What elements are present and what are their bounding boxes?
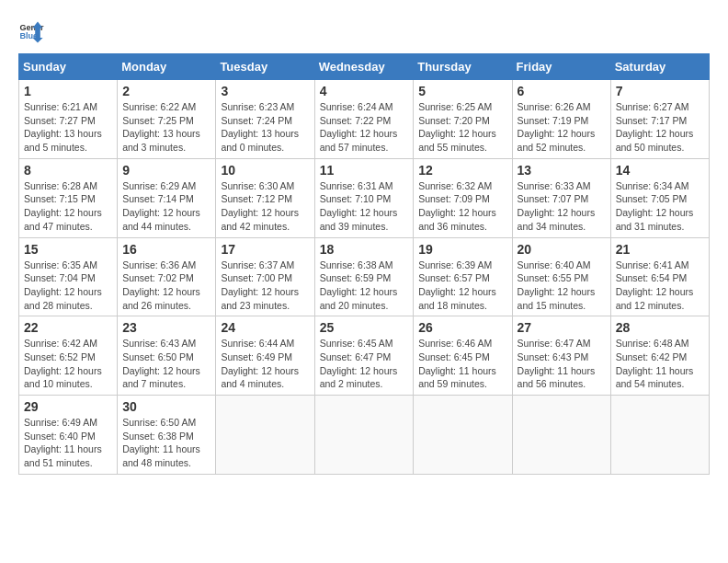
day-detail: Sunrise: 6:28 AMSunset: 7:15 PMDaylight:… [24, 179, 112, 234]
day-cell: 2Sunrise: 6:22 AMSunset: 7:25 PMDaylight… [118, 80, 216, 159]
col-header-sunday: Sunday [19, 54, 118, 80]
day-number: 21 [616, 242, 704, 257]
day-detail: Sunrise: 6:46 AMSunset: 6:45 PMDaylight:… [418, 337, 506, 391]
day-number: 14 [616, 163, 704, 178]
day-cell: 11Sunrise: 6:31 AMSunset: 7:10 PMDayligh… [314, 158, 414, 237]
day-cell [610, 396, 709, 475]
day-cell: 28Sunrise: 6:48 AMSunset: 6:42 PMDayligh… [610, 316, 709, 396]
day-detail: Sunrise: 6:33 AMSunset: 7:07 PMDaylight:… [518, 179, 606, 234]
week-row-3: 15Sunrise: 6:35 AMSunset: 7:04 PMDayligh… [19, 237, 710, 316]
calendar-table: SundayMondayTuesdayWednesdayThursdayFrid… [18, 53, 710, 475]
logo-icon: General Blue [18, 18, 44, 44]
day-number: 8 [24, 163, 112, 178]
day-number: 1 [24, 84, 112, 98]
day-detail: Sunrise: 6:36 AMSunset: 7:02 PMDaylight:… [122, 259, 210, 313]
day-number: 10 [221, 163, 309, 178]
week-row-1: 1Sunrise: 6:21 AMSunset: 7:27 PMDaylight… [19, 80, 710, 159]
day-number: 2 [122, 84, 210, 98]
day-cell: 3Sunrise: 6:23 AMSunset: 7:24 PMDaylight… [216, 80, 314, 159]
day-number: 24 [221, 320, 309, 335]
day-number: 15 [24, 242, 112, 257]
day-detail: Sunrise: 6:43 AMSunset: 6:50 PMDaylight:… [122, 337, 210, 391]
col-header-wednesday: Wednesday [314, 54, 414, 80]
day-cell: 5Sunrise: 6:25 AMSunset: 7:20 PMDaylight… [414, 80, 512, 159]
day-cell: 17Sunrise: 6:37 AMSunset: 7:00 PMDayligh… [216, 237, 314, 316]
day-detail: Sunrise: 6:50 AMSunset: 6:38 PMDaylight:… [122, 416, 210, 470]
day-number: 7 [616, 84, 704, 98]
day-cell: 29Sunrise: 6:49 AMSunset: 6:40 PMDayligh… [19, 396, 118, 475]
day-detail: Sunrise: 6:21 AMSunset: 7:27 PMDaylight:… [24, 100, 112, 155]
page-header: General Blue [18, 18, 710, 44]
day-detail: Sunrise: 6:30 AMSunset: 7:12 PMDaylight:… [221, 179, 309, 234]
day-cell: 25Sunrise: 6:45 AMSunset: 6:47 PMDayligh… [314, 316, 414, 396]
day-detail: Sunrise: 6:49 AMSunset: 6:40 PMDaylight:… [24, 416, 112, 470]
day-number: 3 [221, 84, 309, 98]
day-number: 29 [24, 399, 112, 414]
day-number: 12 [418, 163, 506, 178]
day-cell [512, 396, 610, 475]
day-detail: Sunrise: 6:41 AMSunset: 6:54 PMDaylight:… [616, 259, 704, 313]
day-cell: 24Sunrise: 6:44 AMSunset: 6:49 PMDayligh… [216, 316, 314, 396]
day-detail: Sunrise: 6:23 AMSunset: 7:24 PMDaylight:… [221, 100, 309, 155]
day-detail: Sunrise: 6:31 AMSunset: 7:10 PMDaylight:… [320, 179, 409, 234]
day-detail: Sunrise: 6:45 AMSunset: 6:47 PMDaylight:… [320, 337, 409, 391]
day-number: 28 [616, 320, 704, 335]
col-header-thursday: Thursday [414, 54, 512, 80]
day-cell: 10Sunrise: 6:30 AMSunset: 7:12 PMDayligh… [216, 158, 314, 237]
day-cell: 12Sunrise: 6:32 AMSunset: 7:09 PMDayligh… [414, 158, 512, 237]
day-detail: Sunrise: 6:48 AMSunset: 6:42 PMDaylight:… [616, 337, 704, 391]
day-cell: 27Sunrise: 6:47 AMSunset: 6:43 PMDayligh… [512, 316, 610, 396]
day-detail: Sunrise: 6:29 AMSunset: 7:14 PMDaylight:… [122, 179, 210, 234]
day-cell: 23Sunrise: 6:43 AMSunset: 6:50 PMDayligh… [118, 316, 216, 396]
day-detail: Sunrise: 6:24 AMSunset: 7:22 PMDaylight:… [320, 100, 409, 155]
day-number: 11 [320, 163, 409, 178]
day-detail: Sunrise: 6:27 AMSunset: 7:17 PMDaylight:… [616, 100, 704, 155]
calendar-header-row: SundayMondayTuesdayWednesdayThursdayFrid… [19, 54, 710, 80]
day-number: 6 [518, 84, 606, 98]
day-cell: 30Sunrise: 6:50 AMSunset: 6:38 PMDayligh… [118, 396, 216, 475]
day-number: 17 [221, 242, 309, 257]
day-number: 22 [24, 320, 112, 335]
day-cell [216, 396, 314, 475]
day-number: 25 [320, 320, 409, 335]
day-number: 4 [320, 84, 409, 98]
day-detail: Sunrise: 6:44 AMSunset: 6:49 PMDaylight:… [221, 337, 309, 391]
day-detail: Sunrise: 6:22 AMSunset: 7:25 PMDaylight:… [122, 100, 210, 155]
week-row-4: 22Sunrise: 6:42 AMSunset: 6:52 PMDayligh… [19, 316, 710, 396]
day-number: 5 [418, 84, 506, 98]
day-cell: 19Sunrise: 6:39 AMSunset: 6:57 PMDayligh… [414, 237, 512, 316]
day-cell: 13Sunrise: 6:33 AMSunset: 7:07 PMDayligh… [512, 158, 610, 237]
day-detail: Sunrise: 6:32 AMSunset: 7:09 PMDaylight:… [418, 179, 506, 234]
day-number: 23 [122, 320, 210, 335]
day-cell [414, 396, 512, 475]
day-number: 30 [122, 399, 210, 414]
day-detail: Sunrise: 6:47 AMSunset: 6:43 PMDaylight:… [518, 337, 606, 391]
day-detail: Sunrise: 6:35 AMSunset: 7:04 PMDaylight:… [24, 259, 112, 313]
day-cell: 4Sunrise: 6:24 AMSunset: 7:22 PMDaylight… [314, 80, 414, 159]
day-cell: 8Sunrise: 6:28 AMSunset: 7:15 PMDaylight… [19, 158, 118, 237]
day-number: 18 [320, 242, 409, 257]
day-cell: 1Sunrise: 6:21 AMSunset: 7:27 PMDaylight… [19, 80, 118, 159]
day-cell: 14Sunrise: 6:34 AMSunset: 7:05 PMDayligh… [610, 158, 709, 237]
week-row-2: 8Sunrise: 6:28 AMSunset: 7:15 PMDaylight… [19, 158, 710, 237]
col-header-friday: Friday [512, 54, 610, 80]
day-detail: Sunrise: 6:38 AMSunset: 6:59 PMDaylight:… [320, 259, 409, 313]
col-header-monday: Monday [118, 54, 216, 80]
day-cell: 6Sunrise: 6:26 AMSunset: 7:19 PMDaylight… [512, 80, 610, 159]
day-cell: 26Sunrise: 6:46 AMSunset: 6:45 PMDayligh… [414, 316, 512, 396]
day-number: 19 [418, 242, 506, 257]
day-cell: 9Sunrise: 6:29 AMSunset: 7:14 PMDaylight… [118, 158, 216, 237]
day-cell: 22Sunrise: 6:42 AMSunset: 6:52 PMDayligh… [19, 316, 118, 396]
day-cell: 18Sunrise: 6:38 AMSunset: 6:59 PMDayligh… [314, 237, 414, 316]
col-header-tuesday: Tuesday [216, 54, 314, 80]
day-cell: 7Sunrise: 6:27 AMSunset: 7:17 PMDaylight… [610, 80, 709, 159]
day-detail: Sunrise: 6:25 AMSunset: 7:20 PMDaylight:… [418, 100, 506, 155]
day-detail: Sunrise: 6:42 AMSunset: 6:52 PMDaylight:… [24, 337, 112, 391]
day-cell [314, 396, 414, 475]
day-detail: Sunrise: 6:34 AMSunset: 7:05 PMDaylight:… [616, 179, 704, 234]
logo: General Blue [18, 18, 48, 44]
day-cell: 21Sunrise: 6:41 AMSunset: 6:54 PMDayligh… [610, 237, 709, 316]
day-number: 26 [418, 320, 506, 335]
day-number: 9 [122, 163, 210, 178]
day-detail: Sunrise: 6:39 AMSunset: 6:57 PMDaylight:… [418, 259, 506, 313]
